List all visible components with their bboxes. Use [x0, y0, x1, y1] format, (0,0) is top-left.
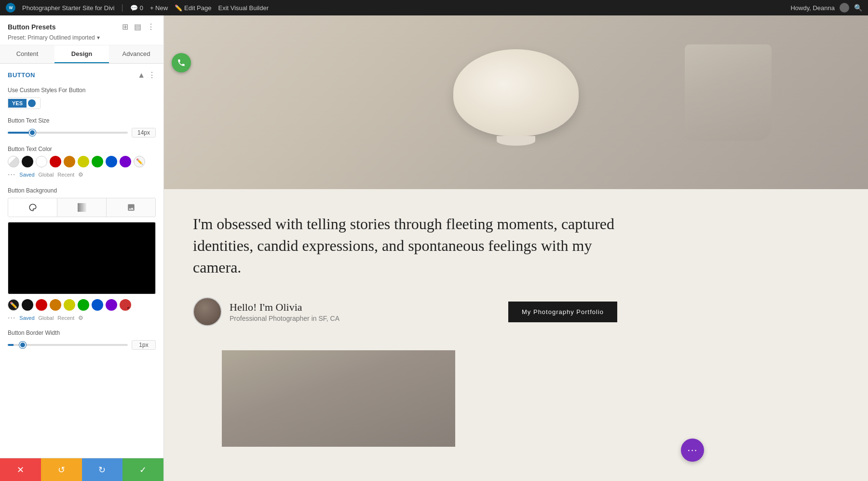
portfolio-button[interactable]: My Photography Portfolio [508, 302, 617, 322]
profile-avatar [193, 297, 222, 326]
bg-option-color[interactable] [8, 198, 57, 217]
text-color-swatches: ✏️ [8, 156, 156, 167]
profile-name: Hello! I'm Olivia [230, 301, 339, 314]
user-avatar[interactable] [840, 3, 849, 13]
text-size-wrap: Button Text Size 14px [8, 117, 156, 137]
panel-icon-columns[interactable]: ▤ [133, 21, 142, 32]
text-size-slider[interactable] [8, 132, 128, 134]
comment-icon: 💬 [130, 4, 138, 12]
bg-gear-icon[interactable]: ⚙ [78, 315, 83, 321]
bg-color-meta: ··· Saved Global Recent ⚙ [8, 314, 156, 322]
color-swatch-orange[interactable] [64, 156, 75, 167]
svg-rect-2 [78, 203, 86, 212]
panel-header: Button Presets ⊞ ▤ ⋮ Preset: Primary Out… [0, 15, 163, 45]
bg-swatch-eyedropper[interactable]: ✏️ [8, 299, 19, 311]
tabs-row: Content Design Advanced [0, 45, 163, 64]
wordpress-logo[interactable]: W [6, 3, 15, 13]
color-swatch-transparent[interactable] [8, 156, 19, 167]
bg-color-swatches: ✏️ ✏ [8, 299, 156, 311]
main-content: I'm obsessed with telling stories throug… [164, 189, 646, 466]
text-color-label: Button Text Color [8, 145, 156, 153]
redo-button[interactable]: ↻ [82, 458, 123, 481]
border-width-wrap: Button Border Width 1px [8, 329, 156, 350]
toggle-label: Use Custom Styles For Button [8, 86, 156, 95]
site-name[interactable]: Photographer Starter Site for Divi [22, 4, 114, 12]
tab-advanced[interactable]: Advanced [109, 45, 163, 63]
purple-fab-button[interactable]: ··· [681, 439, 704, 462]
section-more-btn[interactable]: ⋮ [148, 70, 156, 80]
color-swatch-white[interactable] [36, 156, 47, 167]
bottom-preview-image [222, 350, 455, 447]
exit-builder-link[interactable]: Exit Visual Builder [218, 4, 269, 12]
bg-option-image[interactable] [107, 198, 155, 217]
howdy-text: Howdy, Deanna [790, 4, 835, 12]
tab-design[interactable]: Design [54, 45, 109, 63]
svg-text:W: W [9, 5, 13, 10]
profile-row: Hello! I'm Olivia Professional Photograp… [193, 297, 617, 326]
section-header: Button ▲ ⋮ [8, 70, 156, 80]
color-recent-label[interactable]: Recent [57, 172, 74, 178]
bg-label: Button Background [8, 187, 156, 195]
text-size-value[interactable]: 14px [132, 128, 156, 137]
panel-footer: ✕ ↺ ↻ ✓ [0, 458, 163, 481]
bg-options [8, 198, 156, 217]
undo-button[interactable]: ↺ [41, 458, 82, 481]
panel-preset[interactable]: Preset: Primary Outlined imported ▾ [8, 34, 156, 41]
edit-page-link[interactable]: ✏️ Edit Page [175, 4, 211, 12]
save-button[interactable]: ✓ [122, 458, 163, 481]
panel-title: Button Presets [8, 23, 56, 31]
comment-link[interactable]: 💬 0 [130, 4, 143, 12]
bg-swatch-pencil[interactable]: ✏ [120, 299, 131, 311]
color-swatch-blue[interactable] [106, 156, 117, 167]
hero-cloth-decoration [685, 44, 772, 141]
color-swatch-yellow[interactable] [78, 156, 89, 167]
panel-icon-more[interactable]: ⋮ [146, 21, 156, 32]
search-icon[interactable]: 🔍 [854, 4, 862, 12]
color-saved-label[interactable]: Saved [19, 172, 34, 178]
bg-global-label[interactable]: Global [39, 315, 54, 321]
bg-dots-btn[interactable]: ··· [8, 314, 15, 322]
hero-bowl-decoration [453, 49, 579, 136]
bg-swatch-blue[interactable] [92, 299, 103, 311]
section-collapse-btn[interactable]: ▲ [137, 71, 145, 80]
bg-swatch-yellow[interactable] [64, 299, 75, 311]
bg-swatch-red[interactable] [36, 299, 47, 311]
cancel-button[interactable]: ✕ [0, 458, 41, 481]
border-width-slider[interactable] [8, 344, 128, 346]
panel-scroll-content: Button ▲ ⋮ Use Custom Styles For Button … [0, 64, 163, 458]
floating-phone-btn[interactable] [172, 53, 191, 72]
bg-swatch-orange[interactable] [50, 299, 61, 311]
color-swatch-red[interactable] [50, 156, 61, 167]
bg-saved-label[interactable]: Saved [19, 315, 34, 321]
bg-preview [8, 222, 156, 294]
bg-swatch-black[interactable] [22, 299, 33, 311]
new-link[interactable]: + New [150, 4, 168, 12]
panel-icon-resize[interactable]: ⊞ [121, 21, 129, 32]
bg-option-gradient[interactable] [57, 198, 107, 217]
color-swatch-black[interactable] [22, 156, 33, 167]
color-swatch-green[interactable] [92, 156, 103, 167]
profile-title: Professional Photographer in SF, CA [230, 315, 339, 322]
color-gear-icon[interactable]: ⚙ [78, 171, 83, 178]
admin-bar: W Photographer Starter Site for Divi | 💬… [0, 0, 868, 15]
content-area: I'm obsessed with telling stories throug… [164, 15, 868, 481]
pencil-icon: ✏️ [175, 4, 182, 12]
custom-styles-toggle[interactable]: YES [8, 97, 41, 109]
bg-recent-label[interactable]: Recent [57, 315, 74, 321]
profile-info: Hello! I'm Olivia Professional Photograp… [230, 301, 339, 322]
bg-swatch-green[interactable] [78, 299, 89, 311]
toggle-slider [27, 98, 40, 109]
hero-image [164, 15, 868, 189]
border-width-value[interactable]: 1px [132, 340, 156, 350]
bg-swatch-purple[interactable] [106, 299, 117, 311]
color-global-label[interactable]: Global [39, 172, 54, 178]
quote-text: I'm obsessed with telling stories throug… [193, 213, 617, 278]
border-width-label: Button Border Width [8, 329, 156, 337]
color-swatch-pencil[interactable]: ✏️ [134, 156, 145, 167]
toggle-yes-label: YES [8, 99, 27, 108]
color-meta-row: ··· Saved Global Recent ⚙ [8, 170, 156, 179]
text-color-field: Button Text Color ✏️ ··· Saved Glo [8, 145, 156, 179]
color-dots-btn[interactable]: ··· [8, 170, 15, 179]
tab-content[interactable]: Content [0, 45, 54, 63]
color-swatch-purple[interactable] [120, 156, 131, 167]
